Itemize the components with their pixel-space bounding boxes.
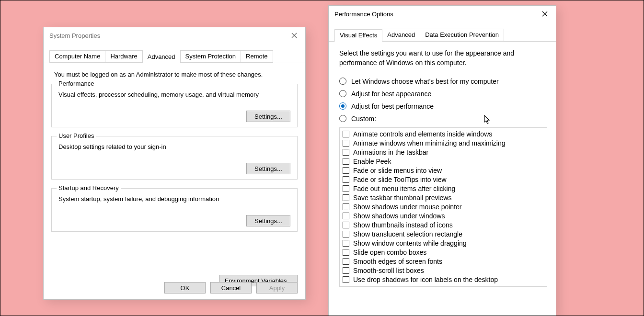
group-legend: Startup and Recovery [57, 184, 121, 192]
checkbox-icon[interactable] [343, 249, 349, 256]
titlebar[interactable]: System Properties [44, 27, 305, 44]
tab-data-execution-prevention[interactable]: Data Execution Prevention [420, 29, 504, 41]
checkbox-label: Fade or slide menus into view [353, 167, 442, 174]
tab-advanced[interactable]: Advanced [382, 29, 420, 41]
checkbox-label: Save taskbar thumbnail previews [353, 194, 451, 202]
checkbox-icon[interactable] [343, 185, 349, 192]
checkbox-icon[interactable] [343, 203, 349, 210]
list-item[interactable]: Show window contents while dragging [343, 239, 544, 248]
list-item[interactable]: Animations in the taskbar [343, 148, 544, 157]
apply-button[interactable]: Apply [256, 282, 298, 293]
radio-icon[interactable] [339, 90, 346, 97]
checkbox-icon[interactable] [343, 213, 349, 219]
checkbox-label: Fade or slide ToolTips into view [353, 176, 447, 183]
radio-icon[interactable] [339, 78, 346, 85]
window-title: System Properties [49, 32, 100, 39]
list-item[interactable]: Show thumbnails instead of icons [343, 221, 544, 230]
tab-remote[interactable]: Remote [241, 50, 273, 63]
instruction-text: Select the settings you want to use for … [339, 48, 547, 68]
checkbox-icon[interactable] [343, 258, 349, 265]
radio-label: Adjust for best performance [351, 102, 434, 110]
performance-options-window: Performance Options Visual EffectsAdvanc… [328, 5, 556, 316]
radio-option[interactable]: Adjust for best appearance [339, 90, 547, 98]
group-desc: Desktop settings related to your sign-in [58, 143, 290, 163]
list-item[interactable]: Fade or slide ToolTips into view [343, 175, 544, 184]
tabs: Computer NameHardwareAdvancedSystem Prot… [44, 50, 305, 63]
checkbox-icon[interactable] [343, 222, 349, 228]
group-performance: Performance Visual effects, processor sc… [51, 84, 298, 127]
startup-settings-button[interactable]: Settings... [246, 215, 290, 226]
window-title: Performance Options [334, 11, 393, 18]
checkbox-label: Show shadows under mouse pointer [353, 203, 461, 211]
checkbox-icon[interactable] [343, 276, 349, 283]
checkbox-icon[interactable] [343, 194, 349, 201]
radio-option[interactable]: Custom: [339, 115, 547, 123]
tab-system-protection[interactable]: System Protection [180, 50, 242, 63]
list-item[interactable]: Enable Peek [343, 157, 544, 166]
tab-visual-effects[interactable]: Visual Effects [334, 29, 382, 42]
close-icon[interactable] [540, 9, 550, 19]
checkbox-label: Smooth edges of screen fonts [353, 258, 442, 265]
cancel-button[interactable]: Cancel [210, 282, 252, 293]
checkbox-icon[interactable] [343, 240, 349, 247]
performance-settings-button[interactable]: Settings... [246, 111, 290, 122]
checkbox-icon[interactable] [343, 267, 349, 274]
checkbox-label: Show thumbnails instead of icons [353, 221, 453, 229]
checkbox-label: Animate controls and elements inside win… [353, 130, 492, 138]
list-item[interactable]: Animate controls and elements inside win… [343, 130, 544, 139]
ok-button[interactable]: OK [164, 282, 206, 293]
group-legend: User Profiles [57, 132, 96, 139]
list-item[interactable]: Show shadows under windows [343, 212, 544, 221]
checkbox-label: Show window contents while dragging [353, 239, 467, 247]
radio-option[interactable]: Let Windows choose what's best for my co… [339, 78, 547, 85]
checkbox-label: Enable Peek [353, 158, 391, 165]
checkbox-icon[interactable] [343, 149, 349, 156]
titlebar[interactable]: Performance Options [329, 6, 556, 22]
radio-icon[interactable] [339, 115, 346, 122]
user-profiles-settings-button[interactable]: Settings... [246, 163, 290, 174]
checkbox-label: Show translucent selection rectangle [353, 230, 462, 238]
checkbox-label: Animations in the taskbar [353, 148, 428, 156]
close-icon[interactable] [289, 30, 299, 41]
radio-label: Custom: [351, 115, 376, 123]
tabs: Visual EffectsAdvancedData Execution Pre… [329, 29, 556, 42]
tab-advanced[interactable]: Advanced [142, 51, 181, 63]
list-item[interactable]: Animate windows when minimizing and maxi… [343, 139, 544, 148]
list-item[interactable]: Smooth-scroll list boxes [343, 266, 544, 275]
list-item[interactable]: Fade or slide menus into view [343, 166, 544, 175]
list-item[interactable]: Smooth edges of screen fonts [343, 257, 544, 266]
group-desc: System startup, system failure, and debu… [58, 195, 290, 215]
checkbox-label: Show shadows under windows [353, 212, 445, 220]
checkbox-icon[interactable] [343, 231, 349, 237]
system-properties-window: System Properties Computer NameHardwareA… [43, 27, 306, 300]
radio-label: Adjust for best appearance [351, 90, 431, 98]
checkbox-label: Use drop shadows for icon labels on the … [353, 276, 498, 283]
checkbox-icon[interactable] [343, 131, 349, 137]
checkbox-label: Fade out menu items after clicking [353, 185, 455, 192]
list-item[interactable]: Slide open combo boxes [343, 248, 544, 257]
checkbox-icon[interactable] [343, 140, 349, 147]
group-desc: Visual effects, processor scheduling, me… [58, 91, 290, 111]
tab-hardware[interactable]: Hardware [105, 50, 142, 63]
group-legend: Performance [57, 80, 96, 87]
list-item[interactable]: Save taskbar thumbnail previews [343, 193, 544, 203]
list-item[interactable]: Fade out menu items after clicking [343, 184, 544, 193]
dialog-buttons: OK Cancel Apply [164, 282, 298, 293]
list-item[interactable]: Use drop shadows for icon labels on the … [343, 275, 544, 284]
visual-effects-checklist[interactable]: Animate controls and elements inside win… [339, 127, 547, 287]
list-item[interactable]: Show translucent selection rectangle [343, 230, 544, 239]
radio-label: Let Windows choose what's best for my co… [351, 78, 499, 85]
list-item[interactable]: Show shadows under mouse pointer [343, 203, 544, 212]
checkbox-icon[interactable] [343, 167, 349, 174]
checkbox-label: Slide open combo boxes [353, 248, 426, 256]
checkbox-icon[interactable] [343, 176, 349, 183]
checkbox-label: Smooth-scroll list boxes [353, 267, 424, 274]
group-user-profiles: User Profiles Desktop settings related t… [51, 136, 298, 180]
tab-computer-name[interactable]: Computer Name [49, 50, 105, 63]
radio-option[interactable]: Adjust for best performance [339, 102, 547, 110]
checkbox-label: Animate windows when minimizing and maxi… [353, 139, 505, 147]
group-startup-recovery: Startup and Recovery System startup, sys… [51, 188, 298, 232]
radio-icon[interactable] [339, 102, 346, 110]
checkbox-icon[interactable] [343, 158, 349, 165]
